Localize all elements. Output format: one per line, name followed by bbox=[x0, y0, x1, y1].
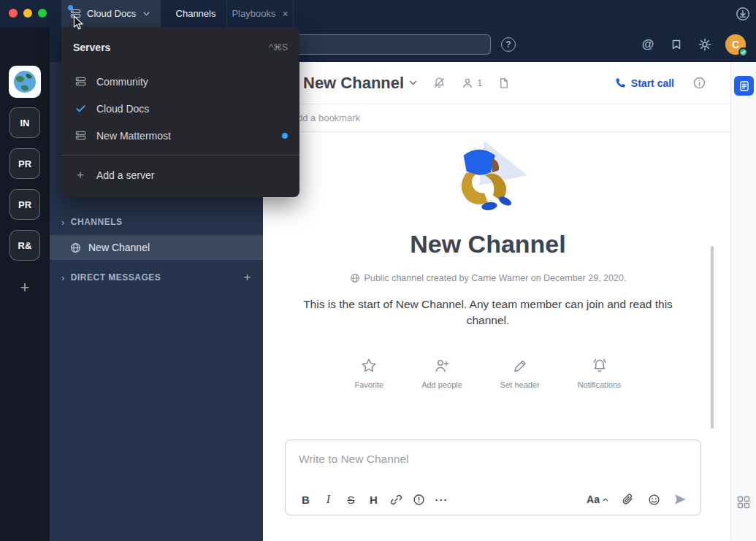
chevron-down-icon bbox=[143, 12, 150, 16]
plus-icon: + bbox=[20, 278, 30, 297]
chevron-up-icon bbox=[603, 498, 608, 502]
menu-item-community[interactable]: Community bbox=[61, 68, 299, 95]
start-call-label: Start call bbox=[631, 77, 674, 89]
server-dropdown-tab[interactable]: Cloud Docs bbox=[61, 0, 161, 27]
menu-item-new-mattermost[interactable]: New Mattermost bbox=[61, 122, 299, 149]
globe-avatar bbox=[12, 69, 37, 94]
main-content: New Channel 1 Sta bbox=[263, 62, 730, 541]
settings-gear-icon[interactable] bbox=[697, 37, 713, 53]
add-team-button[interactable]: + bbox=[9, 275, 40, 300]
send-message-icon[interactable] bbox=[668, 488, 692, 510]
menu-item-label: Cloud Docs bbox=[96, 103, 149, 115]
user-avatar[interactable]: C bbox=[725, 34, 746, 55]
help-icon[interactable]: ? bbox=[501, 37, 516, 52]
channel-info-icon[interactable] bbox=[693, 77, 706, 89]
at-glyph: @ bbox=[642, 37, 654, 52]
download-icon[interactable] bbox=[735, 6, 751, 22]
saved-posts-icon[interactable] bbox=[668, 37, 684, 53]
muted-bell-icon[interactable] bbox=[433, 77, 446, 89]
priority-icon[interactable] bbox=[408, 488, 430, 510]
add-direct-message-icon[interactable]: + bbox=[244, 270, 251, 285]
recent-mentions-icon[interactable]: @ bbox=[640, 37, 656, 53]
italic-button[interactable]: I bbox=[317, 488, 340, 510]
menu-item-add-server[interactable]: + Add a server bbox=[61, 161, 299, 188]
team-tile-pr-2[interactable]: PR bbox=[9, 189, 40, 220]
menu-item-label: Add a server bbox=[96, 169, 154, 181]
star-icon bbox=[361, 358, 377, 374]
scrollbar[interactable] bbox=[711, 246, 714, 429]
chevron-right-icon: › bbox=[61, 272, 65, 283]
bell-icon bbox=[592, 358, 608, 374]
strikethrough-button[interactable]: S bbox=[340, 488, 362, 510]
link-icon[interactable] bbox=[385, 488, 408, 510]
chevron-down-icon[interactable] bbox=[409, 80, 417, 85]
heading-button[interactable]: H bbox=[362, 488, 385, 510]
attachment-icon[interactable] bbox=[616, 488, 639, 510]
menu-item-label: New Mattermost bbox=[96, 130, 171, 142]
channel-intro-actions: Favorite Add people Set header bbox=[263, 358, 713, 389]
category-label: DIRECT MESSAGES bbox=[71, 272, 161, 283]
channel-files-icon[interactable] bbox=[498, 77, 509, 89]
unread-dot bbox=[68, 5, 73, 10]
formatting-toolbar: B I S H ··· Aa bbox=[286, 484, 700, 515]
team-initials: PR bbox=[18, 158, 31, 169]
unread-dot bbox=[282, 133, 288, 139]
channel-intro: New Channel Public channel created by Ca… bbox=[263, 132, 713, 389]
category-direct-messages[interactable]: › DIRECT MESSAGES + bbox=[61, 267, 251, 288]
team-tile-pr-1[interactable]: PR bbox=[9, 148, 40, 179]
servers-menu: Servers ^⌘S Community Cloud Docs New Mat… bbox=[61, 27, 299, 197]
titlebar: Cloud Docs Channels Playbooks × bbox=[0, 0, 756, 27]
more-formatting-icon[interactable]: ··· bbox=[430, 488, 453, 510]
app-bar-plugin-icon[interactable] bbox=[734, 76, 754, 96]
member-count[interactable]: 1 bbox=[462, 77, 482, 89]
check-icon bbox=[73, 103, 88, 114]
plus-icon: + bbox=[73, 168, 88, 183]
channel-description: This is the start of New Channel. Any te… bbox=[289, 296, 687, 329]
tab-channels-label: Channels bbox=[176, 8, 216, 19]
zoom-window-button[interactable] bbox=[38, 9, 47, 18]
composer-right-tools: Aa bbox=[582, 488, 692, 510]
minimize-window-button[interactable] bbox=[23, 9, 32, 18]
globe-icon bbox=[350, 273, 360, 283]
favorite-button[interactable]: Favorite bbox=[354, 358, 383, 389]
category-channels[interactable]: › CHANNELS bbox=[61, 212, 251, 232]
category-label: CHANNELS bbox=[71, 217, 123, 227]
team-initials: IN bbox=[20, 118, 30, 128]
team-tile-in[interactable]: IN bbox=[9, 107, 40, 138]
close-tab-icon[interactable]: × bbox=[282, 9, 288, 19]
sidebar-item-new-channel[interactable]: New Channel bbox=[50, 235, 263, 260]
tab-channels[interactable]: Channels bbox=[168, 0, 224, 27]
servers-menu-shortcut: ^⌘S bbox=[269, 42, 288, 53]
add-bookmark-bar[interactable]: + Add a bookmark bbox=[263, 104, 730, 132]
emoji-icon[interactable] bbox=[642, 488, 665, 510]
server-rail: IN PR PR R& + bbox=[0, 27, 50, 541]
channel-intro-illustration bbox=[444, 141, 532, 220]
person-plus-icon bbox=[434, 358, 450, 374]
apps-grid-icon[interactable] bbox=[737, 496, 750, 509]
search-input[interactable] bbox=[278, 34, 491, 55]
server-stack-icon bbox=[73, 76, 88, 87]
traffic-lights bbox=[9, 9, 47, 18]
close-window-button[interactable] bbox=[9, 9, 18, 18]
team-tile-globe[interactable] bbox=[9, 66, 41, 98]
bold-button[interactable]: B bbox=[294, 488, 317, 510]
server-stack-icon bbox=[73, 130, 88, 141]
add-people-button[interactable]: Add people bbox=[421, 358, 462, 389]
channel-title[interactable]: New Channel bbox=[303, 74, 404, 93]
tab-playbooks[interactable]: Playbooks × bbox=[226, 0, 294, 27]
team-tile-r-and[interactable]: R& bbox=[9, 230, 40, 261]
action-label: Favorite bbox=[354, 380, 383, 389]
start-call-button[interactable]: Start call bbox=[615, 77, 674, 89]
channel-meta-text: Public channel created by Carrie Warner … bbox=[364, 273, 627, 283]
phone-icon bbox=[615, 77, 626, 88]
menu-item-cloud-docs[interactable]: Cloud Docs bbox=[61, 95, 299, 122]
person-icon bbox=[462, 77, 473, 89]
notifications-button[interactable]: Notifications bbox=[578, 358, 622, 389]
server-stack-icon bbox=[70, 8, 81, 19]
pencil-icon bbox=[512, 358, 528, 374]
show-formatting-button[interactable]: Aa bbox=[582, 488, 613, 510]
channel-name: New Channel bbox=[88, 242, 150, 253]
message-input[interactable] bbox=[286, 440, 700, 481]
message-composer: B I S H ··· Aa bbox=[285, 440, 701, 515]
set-header-button[interactable]: Set header bbox=[500, 358, 540, 389]
